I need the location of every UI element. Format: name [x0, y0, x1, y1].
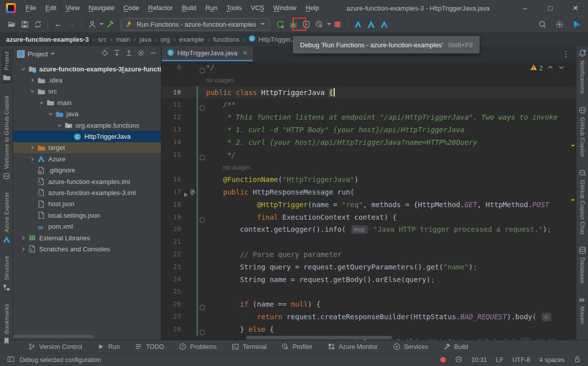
code-line[interactable]: 19 final ExecutionContext context) {: [162, 211, 576, 224]
gutter[interactable]: 21: [162, 236, 206, 248]
line-number[interactable]: 23: [162, 261, 181, 273]
menu-window[interactable]: Window: [269, 0, 301, 16]
code-line-content[interactable]: */: [206, 61, 576, 74]
breadcrumb-item[interactable]: java: [139, 36, 151, 43]
code-line-content[interactable]: no usages: [206, 161, 576, 173]
horizontal-scrollbar[interactable]: [13, 335, 93, 338]
tool-window-button-profiler[interactable]: Profiler: [281, 343, 313, 350]
gutter[interactable]: 16: [162, 173, 206, 186]
file-encoding[interactable]: UTF-8: [513, 356, 530, 363]
tool-window-button-terminal[interactable]: Terminal: [232, 343, 266, 350]
code-line-content[interactable]: /**: [206, 99, 576, 111]
build-button[interactable]: [104, 18, 117, 31]
fold-marker-icon[interactable]: [200, 302, 205, 307]
gutter[interactable]: 11: [162, 99, 206, 111]
code-line-content[interactable]: // Parse query parameter: [206, 248, 576, 261]
gutter[interactable]: 19: [162, 211, 206, 224]
menu-build[interactable]: Build: [177, 0, 201, 16]
breadcrumb-item[interactable]: org: [160, 36, 170, 43]
locate-file-button[interactable]: [101, 49, 109, 58]
code-line-content[interactable]: } else {: [206, 323, 576, 336]
code-line[interactable]: 20 context.getLogger().info( msg: "Java …: [162, 223, 576, 236]
copilot-status-icon[interactable]: [455, 355, 462, 364]
tool-window-button-version-control[interactable]: Version Control: [28, 343, 82, 350]
sync-button[interactable]: [31, 18, 44, 31]
tool-stripe-azure-explorer[interactable]: Azure Explorer: [3, 192, 11, 243]
tool-stripe-welcome-to-github-copilot[interactable]: Welcome to GitHub Copilot: [3, 96, 11, 180]
line-number[interactable]: 21: [162, 236, 181, 248]
run-configuration-select[interactable]: Run Functions - azure-function-examples: [121, 18, 270, 31]
tree-item-httptriggerjava[interactable]: CHttpTriggerJava: [13, 131, 161, 142]
usages-inlay-hint[interactable]: no usages: [223, 164, 251, 171]
warning-stripe-mark[interactable]: [571, 145, 574, 146]
code-line-content[interactable]: * 2. curl {your host}/api/HttpTriggerJav…: [206, 136, 576, 149]
fold-marker-icon[interactable]: [200, 327, 205, 332]
tool-stripe-notifications[interactable]: Notifications: [578, 49, 586, 94]
gutter[interactable]: 9: [162, 61, 206, 74]
line-number[interactable]: 13: [162, 124, 181, 136]
code-line[interactable]: 14 * 2. curl {your host}/api/HttpTrigger…: [162, 136, 576, 149]
gutter[interactable]: 15: [162, 149, 206, 161]
caret-position[interactable]: 10:31: [471, 356, 487, 363]
tree-item-org-example-functions[interactable]: org.example.functions: [13, 120, 161, 131]
breadcrumb-item[interactable]: main: [116, 36, 130, 43]
open-button[interactable]: [5, 18, 18, 31]
line-number[interactable]: 20: [162, 223, 181, 236]
code-line-content[interactable]: */: [206, 149, 576, 161]
tool-window-button-azure-monitor[interactable]: Azure Monitor: [328, 343, 378, 350]
tree-item-external-libraries[interactable]: External Libraries: [13, 232, 161, 243]
coverage-button[interactable]: [300, 18, 313, 31]
tree-item-azure-function-examples-3[interactable]: azure-function-examples-3 [azure-functi: [13, 63, 161, 74]
chevron-right-icon[interactable]: [28, 145, 37, 150]
tree-item-pom-xml[interactable]: mpom.xml: [13, 221, 161, 232]
layout-icon[interactable]: [7, 355, 15, 364]
minimize-button[interactable]: –: [513, 0, 538, 16]
gutter[interactable]: 17@: [162, 186, 206, 199]
code-line[interactable]: 22 // Parse query parameter: [162, 248, 576, 261]
gutter[interactable]: [162, 336, 206, 340]
chevron-down-icon[interactable]: [37, 100, 46, 106]
gutter[interactable]: 23: [162, 261, 206, 273]
chevron-right-icon[interactable]: [28, 156, 37, 162]
forward-button[interactable]: →: [65, 18, 78, 31]
breadcrumb-item[interactable]: azure-function-examples-3: [6, 36, 89, 43]
tool-window-button-problems[interactable]: Problems: [179, 343, 217, 350]
code-line-content[interactable]: no usages: [206, 74, 576, 86]
tree-item-scratches-and-consoles[interactable]: Scratches and Consoles: [13, 243, 161, 254]
gutter[interactable]: 12: [162, 111, 206, 124]
line-number[interactable]: 11: [162, 99, 181, 111]
gutter[interactable]: 22: [162, 248, 206, 261]
tree-item-local-settings-json[interactable]: {..}local.settings.json: [13, 210, 161, 221]
tool-stripe-github-copilot[interactable]: GitHub Copilot: [578, 106, 586, 157]
azure-deploy-button[interactable]: [378, 18, 391, 31]
stop-button[interactable]: [331, 18, 344, 31]
code-line[interactable]: 26 if (name == null) {: [162, 298, 576, 311]
code-line[interactable]: 21: [162, 236, 576, 248]
chevron-down-icon[interactable]: [19, 66, 28, 72]
line-number[interactable]: 28: [162, 323, 181, 336]
profiler-button[interactable]: [313, 18, 326, 31]
line-number[interactable]: 9: [162, 61, 181, 74]
inlay-hint-row[interactable]: no usages: [162, 161, 576, 173]
menu-edit[interactable]: Edit: [41, 0, 61, 16]
plugin-colorful-icon[interactable]: [570, 18, 583, 31]
line-number[interactable]: 14: [162, 136, 181, 149]
code-line-content[interactable]: [206, 236, 576, 248]
gutter[interactable]: 27: [162, 311, 206, 323]
tree-item-java[interactable]: java: [13, 109, 161, 120]
breadcrumb-item[interactable]: functions: [213, 36, 239, 43]
line-number[interactable]: 18: [162, 199, 181, 211]
azure-publish-button[interactable]: [352, 18, 365, 31]
run-button[interactable]: [274, 18, 287, 31]
code-line[interactable]: 15 */: [162, 149, 576, 161]
fold-marker-icon[interactable]: [200, 152, 205, 157]
code-line[interactable]: 11 /**: [162, 99, 576, 111]
settings-button[interactable]: [553, 18, 566, 31]
menu-file[interactable]: File: [21, 0, 41, 16]
menu-help[interactable]: Help: [301, 0, 324, 16]
usages-inlay-hint[interactable]: no usages: [206, 77, 234, 84]
line-number[interactable]: 12: [162, 111, 181, 124]
gutter[interactable]: 20: [162, 223, 206, 236]
tree-item-azure-function-examples-3-iml[interactable]: azure-function-examples-3.iml: [13, 187, 161, 198]
panel-settings-button[interactable]: [137, 49, 145, 58]
